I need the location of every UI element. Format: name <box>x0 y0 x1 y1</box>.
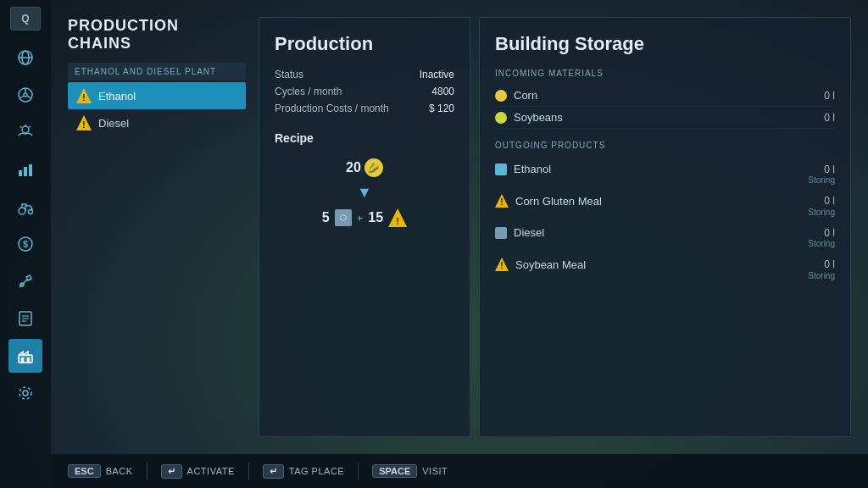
ethanol-warning-icon <box>76 88 92 103</box>
sidebar-icon-tools[interactable] <box>8 264 42 298</box>
diesel-storing: Storing <box>495 239 835 248</box>
corngluten-name: Corn Gluten Meal <box>515 195 602 208</box>
stat-row-costs: Production Costs / month $ 120 <box>275 103 454 114</box>
chain-item-diesel[interactable]: Diesel <box>68 109 246 136</box>
corngluten-warning-icon <box>495 194 509 208</box>
storage-item-ethanol: Ethanol 0 l Storing <box>495 157 835 185</box>
svg-point-27 <box>23 391 28 396</box>
storage-item-soybeans-left: Soybeans <box>495 111 563 124</box>
soybeans-amount: 0 l <box>824 112 835 124</box>
svg-point-28 <box>19 387 31 399</box>
diesel-warning-icon <box>76 115 92 130</box>
soy-icon-small <box>495 112 507 124</box>
stat-value-cycles: 4800 <box>431 86 454 97</box>
corngluten-storing: Storing <box>495 208 835 217</box>
recipe-inputs: 5 ⬡ + 15 <box>322 208 407 227</box>
ethanol-storing: Storing <box>495 175 835 185</box>
sidebar-icon-chart[interactable] <box>8 152 42 186</box>
sidebar-icon-settings[interactable] <box>8 376 42 410</box>
svg-point-15 <box>19 208 25 214</box>
svg-line-10 <box>20 126 22 128</box>
divider-1 <box>147 463 147 480</box>
hotkey-esc-label: BACK <box>106 466 133 476</box>
sidebar-icon-book[interactable] <box>8 302 42 336</box>
ethanol-name: Ethanol <box>514 163 551 175</box>
corn-name: Corn <box>514 89 537 102</box>
q-button[interactable]: Q <box>10 7 41 30</box>
recipe-visual: 20 🌽 ▼ 5 ⬡ + 15 <box>275 158 454 227</box>
recipe-output: 20 🌽 <box>346 158 383 177</box>
stat-label-cycles: Cycles / month <box>275 86 342 97</box>
diesel-name: Diesel <box>514 226 544 239</box>
stat-value-costs: $ 120 <box>429 103 454 114</box>
hotkey-esc-badge: ESC <box>68 464 101 478</box>
stat-label-status: Status <box>275 69 303 80</box>
bottom-bar: ESC BACK ↵ ACTIVATE ↵ TAG PLACE SPACE VI… <box>51 454 868 488</box>
soybeanmeal-warning-icon <box>495 258 509 271</box>
divider-3 <box>358 463 359 480</box>
corn-amount: 0 l <box>824 90 835 102</box>
output-amount: 20 <box>346 160 361 175</box>
sidebar-icon-steering[interactable] <box>8 78 42 112</box>
hotkey-tagplace-badge: ↵ <box>263 464 284 479</box>
building-storage-title: Building Storage <box>495 33 835 55</box>
recipe-arrow-down: ▼ <box>357 184 372 202</box>
sidebar-icon-tractor[interactable] <box>8 190 42 224</box>
hotkey-tagplace-label: TAG PLACE <box>289 466 344 476</box>
production-chains-title: PRODUCTION CHAINS <box>68 17 246 53</box>
diesel-amount: 0 l <box>824 227 835 239</box>
storage-item-diesel-left: Diesel <box>495 226 544 239</box>
hotkey-visit: SPACE VISIT <box>372 464 448 478</box>
input1-amount: 5 <box>322 210 330 225</box>
plus-sign: + <box>357 212 364 225</box>
stat-row-cycles: Cycles / month 4800 <box>275 86 454 97</box>
soybeanmeal-name: Soybean Meal <box>515 258 586 271</box>
production-panel-title: Production <box>275 33 454 55</box>
hotkey-activate-badge: ↵ <box>161 464 182 479</box>
stat-value-status: Inactive <box>420 69 454 80</box>
soybeanmeal-amount: 0 l <box>824 258 835 270</box>
svg-rect-24 <box>19 355 32 363</box>
storage-item-corngluten-left: Corn Gluten Meal <box>495 194 602 208</box>
svg-rect-26 <box>27 358 30 363</box>
svg-line-6 <box>20 96 25 98</box>
sidebar: Q <box>0 0 51 488</box>
sidebar-icon-weather[interactable] <box>8 115 42 149</box>
svg-point-4 <box>24 93 27 97</box>
chain-group-label: ETHANOL AND DIESEL PLANT <box>68 63 246 80</box>
hotkey-activate-label: ACTIVATE <box>187 466 235 476</box>
svg-point-8 <box>22 126 29 133</box>
ethanol-amount: 0 l <box>824 164 835 175</box>
hotkey-visit-label: VISIT <box>422 466 448 476</box>
soybeanmeal-storing: Storing <box>495 271 835 280</box>
storage-item-corn-left: Corn <box>495 89 537 102</box>
chain-item-ethanol[interactable]: Ethanol <box>68 82 246 109</box>
divider-2 <box>248 463 249 480</box>
svg-rect-12 <box>19 170 22 176</box>
storage-item-soybean-meal: Soybean Meal 0 l Storing <box>495 252 835 280</box>
sidebar-icon-dollar[interactable]: $ <box>8 227 42 261</box>
hotkey-activate: ↵ ACTIVATE <box>161 464 235 479</box>
recipe-title: Recipe <box>275 131 454 145</box>
sidebar-icon-factory[interactable] <box>8 339 42 373</box>
hotkey-visit-badge: SPACE <box>372 464 417 478</box>
corngluten-amount: 0 l <box>824 195 835 207</box>
svg-point-16 <box>29 210 33 214</box>
svg-rect-25 <box>21 358 24 363</box>
main-content: PRODUCTION CHAINS ETHANOL AND DIESEL PLA… <box>51 0 868 454</box>
input2-warning-icon <box>388 208 407 227</box>
storage-item-soybeanmeal-left: Soybean Meal <box>495 258 586 271</box>
outgoing-label: OUTGOING PRODUCTS <box>495 141 835 150</box>
storage-item-ethanol-left: Ethanol <box>495 163 551 175</box>
svg-rect-14 <box>29 164 32 176</box>
sidebar-icon-globe[interactable] <box>8 41 42 75</box>
production-panel: Production Status Inactive Cycles / mont… <box>259 17 470 437</box>
svg-text:$: $ <box>23 239 28 249</box>
stat-label-costs: Production Costs / month <box>275 103 389 114</box>
soybeans-name: Soybeans <box>514 111 563 124</box>
corn-icon-small <box>495 90 507 102</box>
storage-item-soybeans: Soybeans 0 l <box>495 107 835 129</box>
incoming-label: INCOMING MATERIALS <box>495 69 835 78</box>
svg-rect-13 <box>24 167 27 176</box>
stat-row-status: Status Inactive <box>275 69 454 80</box>
